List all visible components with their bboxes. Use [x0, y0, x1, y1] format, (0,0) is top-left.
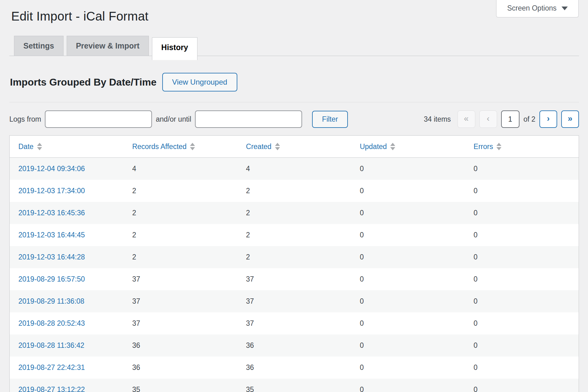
records-affected-cell: 4 — [123, 165, 237, 173]
table-body: 2019-12-04 09:34:06 4 4 0 0 2019-12-03 1… — [10, 158, 579, 392]
import-date-link[interactable]: 2019-12-03 17:34:00 — [10, 187, 123, 195]
import-date-link[interactable]: 2019-08-28 20:52:43 — [10, 319, 123, 328]
column-header-updated[interactable]: Updated — [351, 136, 465, 157]
logs-until-input[interactable] — [195, 110, 302, 128]
records-affected-cell: 2 — [123, 253, 237, 261]
table-row: 2019-12-03 17:34:00 2 2 0 0 — [10, 180, 579, 202]
errors-cell: 0 — [465, 165, 579, 173]
created-cell: 4 — [237, 165, 351, 173]
column-header-date[interactable]: Date — [10, 136, 123, 157]
imports-table: Date Records Affected Created Updated Er… — [9, 135, 579, 392]
table-row: 2019-08-29 16:57:50 37 37 0 0 — [10, 268, 579, 290]
sort-icon — [390, 143, 395, 150]
logs-from-label: Logs from — [9, 115, 41, 124]
table-row: 2019-12-03 16:45:36 2 2 0 0 — [10, 202, 579, 224]
chevron-down-icon — [562, 7, 568, 10]
pagination-next-button[interactable]: › — [539, 110, 557, 128]
table-row: 2019-08-28 11:36:42 36 36 0 0 — [10, 334, 579, 357]
import-date-link[interactable]: 2019-12-03 16:45:36 — [10, 209, 123, 217]
pagination-prev-button: ‹ — [479, 110, 497, 128]
tab-history[interactable]: History — [152, 37, 197, 60]
records-affected-cell: 2 — [123, 231, 237, 239]
errors-cell: 0 — [465, 231, 579, 239]
records-affected-cell: 35 — [123, 385, 237, 392]
pagination: 34 items « ‹ of 2 › » — [424, 110, 579, 128]
table-row: 2019-12-03 16:44:28 2 2 0 0 — [10, 246, 579, 268]
created-cell: 37 — [237, 297, 351, 306]
table-row: 2019-08-27 22:42:31 36 36 0 0 — [10, 357, 579, 379]
created-cell: 36 — [237, 341, 351, 350]
sort-icon — [190, 143, 195, 150]
records-affected-cell: 37 — [123, 275, 237, 283]
errors-cell: 0 — [465, 385, 579, 392]
updated-cell: 0 — [351, 341, 465, 350]
view-ungrouped-button[interactable]: View Ungrouped — [162, 73, 237, 91]
logs-from-input[interactable] — [45, 110, 152, 128]
section-header: Imports Grouped By Date/Time View Ungrou… — [10, 73, 579, 91]
created-cell: 37 — [237, 275, 351, 283]
errors-cell: 0 — [465, 319, 579, 328]
updated-cell: 0 — [351, 209, 465, 217]
sort-icon — [37, 143, 42, 150]
import-date-link[interactable]: 2019-08-29 11:36:08 — [10, 297, 123, 306]
pagination-last-button[interactable]: » — [561, 110, 579, 128]
records-affected-cell: 36 — [123, 341, 237, 350]
table-row: 2019-08-28 20:52:43 37 37 0 0 — [10, 312, 579, 334]
sort-icon — [496, 143, 501, 150]
column-header-created[interactable]: Created — [237, 136, 351, 157]
updated-cell: 0 — [351, 297, 465, 306]
tab-settings[interactable]: Settings — [14, 36, 64, 56]
column-header-errors[interactable]: Errors — [465, 136, 579, 157]
filter-button[interactable]: Filter — [312, 111, 348, 128]
column-header-records-affected[interactable]: Records Affected — [123, 136, 237, 157]
tab-preview-import[interactable]: Preview & Import — [67, 36, 149, 56]
created-cell: 2 — [237, 253, 351, 261]
screen-options-label: Screen Options — [507, 4, 557, 12]
table-toolbar: Logs from and/or until Filter 34 items «… — [9, 110, 579, 128]
created-cell: 2 — [237, 187, 351, 195]
section-heading: Imports Grouped By Date/Time — [10, 77, 157, 88]
created-cell: 2 — [237, 231, 351, 239]
import-date-link[interactable]: 2019-12-04 09:34:06 — [10, 165, 123, 173]
errors-cell: 0 — [465, 253, 579, 261]
records-affected-cell: 2 — [123, 187, 237, 195]
items-count: 34 items — [424, 115, 451, 124]
created-cell: 37 — [237, 319, 351, 328]
tab-bar: Settings Preview & Import History — [9, 36, 579, 56]
table-row: 2019-12-04 09:34:06 4 4 0 0 — [10, 158, 579, 180]
errors-cell: 0 — [465, 187, 579, 195]
total-pages-label: of 2 — [524, 115, 535, 124]
created-cell: 2 — [237, 209, 351, 217]
updated-cell: 0 — [351, 275, 465, 283]
errors-cell: 0 — [465, 341, 579, 350]
updated-cell: 0 — [351, 385, 465, 392]
import-date-link[interactable]: 2019-08-28 11:36:42 — [10, 341, 123, 350]
screen-options-button[interactable]: Screen Options — [496, 0, 579, 17]
page-title: Edit Import - iCal Format — [11, 9, 579, 23]
updated-cell: 0 — [351, 319, 465, 328]
created-cell: 35 — [237, 385, 351, 392]
created-cell: 36 — [237, 363, 351, 372]
records-affected-cell: 37 — [123, 319, 237, 328]
content-area: Edit Import - iCal Format Settings Previ… — [9, 9, 579, 392]
table-header-row: Date Records Affected Created Updated Er… — [10, 136, 579, 158]
import-date-link[interactable]: 2019-12-03 16:44:28 — [10, 253, 123, 261]
errors-cell: 0 — [465, 363, 579, 372]
import-date-link[interactable]: 2019-12-03 16:44:45 — [10, 231, 123, 239]
errors-cell: 0 — [465, 275, 579, 283]
import-date-link[interactable]: 2019-08-27 13:12:22 — [10, 385, 123, 392]
records-affected-cell: 36 — [123, 363, 237, 372]
import-date-link[interactable]: 2019-08-29 16:57:50 — [10, 275, 123, 283]
records-affected-cell: 37 — [123, 297, 237, 306]
import-date-link[interactable]: 2019-08-27 22:42:31 — [10, 363, 123, 372]
records-affected-cell: 2 — [123, 209, 237, 217]
table-row: 2019-08-29 11:36:08 37 37 0 0 — [10, 290, 579, 312]
updated-cell: 0 — [351, 253, 465, 261]
sort-icon — [275, 143, 280, 150]
current-page-input[interactable] — [501, 110, 519, 128]
errors-cell: 0 — [465, 209, 579, 217]
table-row: 2019-08-27 13:12:22 35 35 0 0 — [10, 379, 579, 392]
updated-cell: 0 — [351, 363, 465, 372]
until-label: and/or until — [156, 115, 191, 124]
divider — [9, 102, 579, 102]
